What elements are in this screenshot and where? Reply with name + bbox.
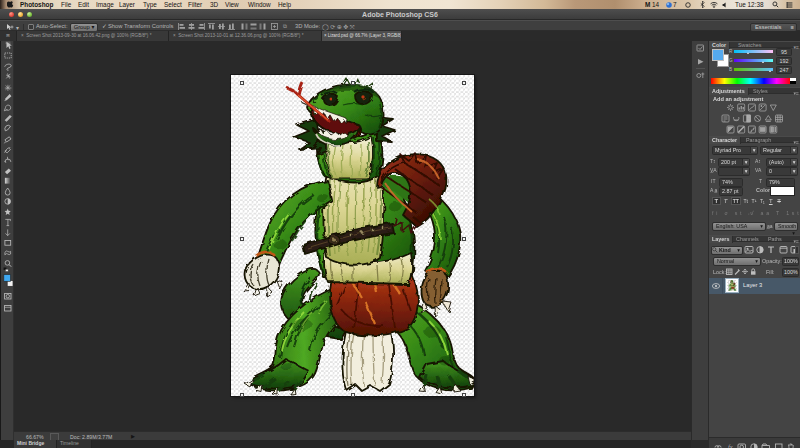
svg-text:fx: fx [728,443,733,448]
